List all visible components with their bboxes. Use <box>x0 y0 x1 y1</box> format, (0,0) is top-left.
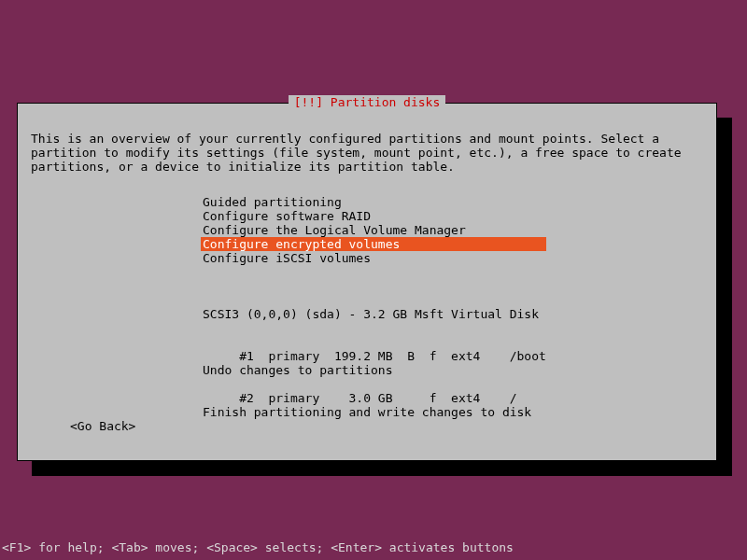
partition-menu: Guided partitioning Configure software R… <box>201 195 546 265</box>
dialog-title: [!!] Partition disks <box>289 95 446 109</box>
menu-configure-raid[interactable]: Configure software RAID <box>201 209 546 223</box>
disk-header[interactable]: SCSI3 (0,0,0) (sda) - 3.2 GB Msft Virtua… <box>201 307 548 321</box>
menu-configure-encrypted-volumes[interactable]: Configure encrypted volumes <box>201 237 546 251</box>
help-bar: <F1> for help; <Tab> moves; <Space> sele… <box>0 540 514 554</box>
undo-changes[interactable]: Undo changes to partitions <box>201 363 533 377</box>
partition-disks-dialog: [!!] Partition disks This is an overview… <box>17 103 717 461</box>
dialog-intro: This is an overview of your currently co… <box>18 104 716 183</box>
menu-configure-lvm[interactable]: Configure the Logical Volume Manager <box>201 223 546 237</box>
go-back-button[interactable]: <Go Back> <box>70 419 135 433</box>
action-block: Undo changes to partitions Finish partit… <box>201 335 533 447</box>
menu-guided-partitioning[interactable]: Guided partitioning <box>201 195 546 209</box>
dialog-title-wrap: [!!] Partition disks <box>18 95 716 109</box>
finish-partitioning[interactable]: Finish partitioning and write changes to… <box>201 405 533 419</box>
menu-configure-iscsi[interactable]: Configure iSCSI volumes <box>201 251 546 265</box>
